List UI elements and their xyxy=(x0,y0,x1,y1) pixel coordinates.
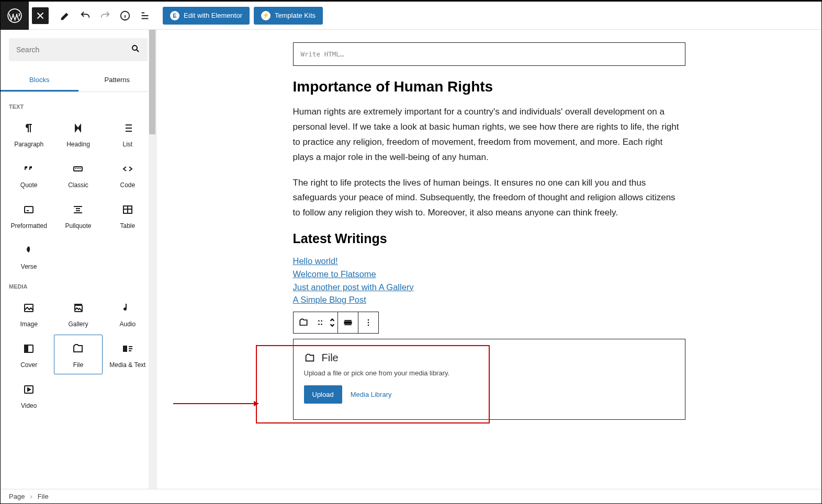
file-block-desc: Upload a file or pick one from your medi… xyxy=(304,369,674,377)
svg-point-17 xyxy=(367,319,369,321)
svg-point-2 xyxy=(132,45,137,50)
svg-point-13 xyxy=(321,320,322,322)
file-icon xyxy=(304,352,316,364)
svg-point-19 xyxy=(367,325,369,326)
search-input[interactable] xyxy=(9,38,148,61)
link-item[interactable]: Hello world! xyxy=(293,255,685,268)
block-file[interactable]: File xyxy=(54,335,102,374)
top-toolbar: E Edit with Elementor ⚡ Template Kits xyxy=(1,1,821,30)
edit-icon[interactable] xyxy=(56,6,75,25)
link-item[interactable]: Just another post with A Gallery xyxy=(293,281,685,294)
paragraph-2[interactable]: The right to life protects the lives of … xyxy=(293,176,685,221)
block-type-icon[interactable] xyxy=(294,312,313,333)
link-item[interactable]: A Simple Blog Post xyxy=(293,293,685,306)
outline-icon[interactable] xyxy=(136,6,154,25)
svg-rect-4 xyxy=(25,207,33,213)
svg-point-12 xyxy=(318,320,320,322)
tab-patterns[interactable]: Patterns xyxy=(78,70,156,91)
section-text: Text xyxy=(1,96,156,114)
file-block[interactable]: File Upload a file or pick one from your… xyxy=(293,339,685,420)
template-kits-button[interactable]: ⚡ Template Kits xyxy=(254,7,323,25)
wp-logo[interactable] xyxy=(1,2,29,30)
custom-html-block[interactable]: Write HTML… xyxy=(293,42,685,66)
editor-canvas[interactable]: Write HTML… Importance of Human Rights H… xyxy=(156,30,821,489)
media-library-link[interactable]: Media Library xyxy=(351,391,392,398)
edit-elementor-button[interactable]: E Edit with Elementor xyxy=(163,7,250,25)
block-gallery[interactable]: Gallery xyxy=(54,294,102,334)
block-list-scroll[interactable]: Text Paragraph Heading List Quote Classi… xyxy=(1,92,156,489)
align-icon[interactable] xyxy=(338,312,358,333)
block-preformatted[interactable]: Preformatted xyxy=(5,196,53,235)
breadcrumb: Page › File xyxy=(1,489,821,503)
more-options-icon[interactable] xyxy=(358,312,378,333)
block-heading[interactable]: Heading xyxy=(54,114,102,154)
elementor-icon: E xyxy=(170,11,179,20)
paragraph-1[interactable]: Human rights are extremely important for… xyxy=(293,105,685,165)
block-cover[interactable]: Cover xyxy=(5,335,53,374)
svg-rect-16 xyxy=(344,322,351,324)
block-inserter-panel: Blocks Patterns Text Paragraph Heading L… xyxy=(1,30,156,489)
block-media-text[interactable]: Media & Text xyxy=(104,335,152,374)
annotation-arrow-head xyxy=(254,401,259,406)
kits-icon: ⚡ xyxy=(261,11,271,20)
block-paragraph[interactable]: Paragraph xyxy=(5,114,53,154)
upload-button[interactable]: Upload xyxy=(304,385,342,404)
heading-importance[interactable]: Importance of Human Rights xyxy=(293,78,685,95)
block-audio[interactable]: Audio xyxy=(104,294,152,334)
breadcrumb-file[interactable]: File xyxy=(38,492,49,500)
svg-rect-6 xyxy=(25,304,33,312)
link-item[interactable]: Welcome to Flatsome xyxy=(293,268,685,281)
edit-elementor-label: Edit with Elementor xyxy=(184,12,242,19)
block-image[interactable]: Image xyxy=(5,294,53,334)
tab-blocks[interactable]: Blocks xyxy=(1,70,78,91)
svg-point-15 xyxy=(321,324,322,325)
block-quote[interactable]: Quote xyxy=(5,155,53,194)
block-code[interactable]: Code xyxy=(104,155,152,194)
scrollbar-thumb[interactable] xyxy=(149,30,155,134)
redo-icon[interactable] xyxy=(96,6,115,25)
svg-rect-9 xyxy=(25,345,28,352)
file-block-title: File xyxy=(322,352,339,364)
close-inserter-button[interactable] xyxy=(32,7,49,24)
section-media: Media xyxy=(1,276,156,294)
scrollbar-track[interactable] xyxy=(149,30,156,489)
block-list[interactable]: List xyxy=(104,114,152,154)
breadcrumb-page[interactable]: Page xyxy=(9,492,25,500)
block-table[interactable]: Table xyxy=(104,196,152,235)
block-video[interactable]: Video xyxy=(5,375,53,415)
annotation-arrow xyxy=(173,403,255,404)
move-updown-icon[interactable] xyxy=(327,312,337,333)
drag-handle-icon[interactable] xyxy=(313,312,327,333)
template-kits-label: Template Kits xyxy=(275,12,316,19)
chevron-right-icon: › xyxy=(30,492,32,500)
svg-point-18 xyxy=(367,322,369,324)
undo-icon[interactable] xyxy=(76,6,95,25)
block-classic[interactable]: Classic xyxy=(54,155,102,194)
block-toolbar xyxy=(293,312,379,334)
search-icon xyxy=(131,44,140,55)
heading-latest[interactable]: Latest Writings xyxy=(293,231,685,246)
info-icon[interactable] xyxy=(116,6,134,25)
svg-point-14 xyxy=(318,324,320,325)
block-pullquote[interactable]: Pullquote xyxy=(54,196,102,235)
block-verse[interactable]: Verse xyxy=(5,236,53,276)
svg-rect-10 xyxy=(123,346,127,352)
